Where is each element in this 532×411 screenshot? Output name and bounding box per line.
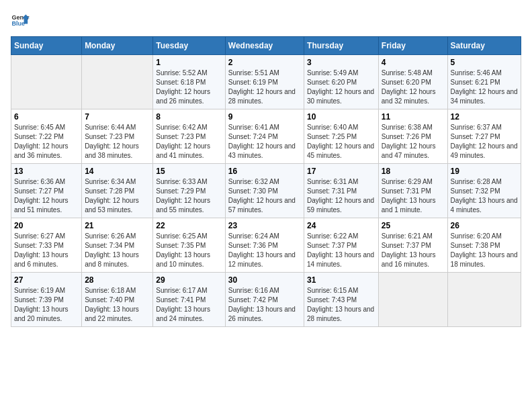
day-number: 3: [307, 58, 375, 67]
calendar-week-row: 6 Sunrise: 6:45 AM Sunset: 7:22 PM Dayli…: [11, 109, 521, 164]
calendar-cell: 17 Sunrise: 6:31 AM Sunset: 7:31 PM Dayl…: [304, 164, 379, 218]
calendar-cell: 25 Sunrise: 6:21 AM Sunset: 7:37 PM Dayl…: [378, 218, 447, 273]
day-info: Sunrise: 6:26 AM Sunset: 7:34 PM Dayligh…: [85, 232, 150, 269]
day-number: 28: [85, 275, 150, 285]
day-info: Sunrise: 6:27 AM Sunset: 7:33 PM Dayligh…: [14, 232, 79, 269]
calendar-cell: 13 Sunrise: 6:36 AM Sunset: 7:27 PM Dayl…: [11, 164, 82, 218]
calendar-cell: 31 Sunrise: 6:15 AM Sunset: 7:43 PM Dayl…: [304, 273, 379, 327]
calendar-cell: 30 Sunrise: 6:16 AM Sunset: 7:42 PM Dayl…: [225, 273, 304, 327]
sunrise-text: Sunrise: 6:16 AM: [228, 287, 279, 294]
day-info: Sunrise: 6:15 AM Sunset: 7:43 PM Dayligh…: [307, 286, 375, 324]
daylight-text: Daylight: 12 hours and 51 minutes.: [14, 197, 69, 214]
daylight-text: Daylight: 12 hours and 32 minutes.: [382, 88, 436, 105]
sunrise-text: Sunrise: 6:25 AM: [156, 232, 207, 240]
day-info: Sunrise: 6:16 AM Sunset: 7:42 PM Dayligh…: [228, 286, 301, 324]
sunrise-text: Sunrise: 5:48 AM: [382, 69, 433, 77]
sunset-text: Sunset: 7:40 PM: [85, 296, 134, 304]
daylight-text: Daylight: 12 hours and 34 minutes.: [451, 88, 518, 105]
calendar-cell: 12 Sunrise: 6:37 AM Sunset: 7:27 PM Dayl…: [447, 109, 521, 164]
day-info: Sunrise: 6:44 AM Sunset: 7:23 PM Dayligh…: [85, 123, 150, 161]
weekday-header-row: SundayMondayTuesdayWednesdayThursdayFrid…: [11, 37, 521, 55]
sunset-text: Sunset: 7:33 PM: [14, 242, 64, 249]
daylight-text: Daylight: 13 hours and 8 minutes.: [85, 251, 139, 268]
daylight-text: Daylight: 12 hours and 47 minutes.: [382, 142, 436, 159]
calendar-cell: 14 Sunrise: 6:34 AM Sunset: 7:28 PM Dayl…: [82, 164, 153, 218]
sunset-text: Sunset: 7:26 PM: [382, 133, 431, 140]
daylight-text: Daylight: 13 hours and 12 minutes.: [228, 251, 296, 268]
day-info: Sunrise: 6:33 AM Sunset: 7:29 PM Dayligh…: [156, 177, 222, 215]
day-info: Sunrise: 6:25 AM Sunset: 7:35 PM Dayligh…: [156, 232, 222, 269]
sunset-text: Sunset: 7:27 PM: [451, 133, 500, 140]
day-number: 18: [382, 167, 445, 176]
day-number: 29: [156, 275, 222, 285]
calendar-header: SundayMondayTuesdayWednesdayThursdayFrid…: [11, 37, 521, 55]
daylight-text: Daylight: 12 hours and 41 minutes.: [156, 142, 210, 159]
daylight-text: Daylight: 13 hours and 24 minutes.: [156, 306, 210, 322]
calendar-cell: 23 Sunrise: 6:24 AM Sunset: 7:36 PM Dayl…: [225, 218, 304, 273]
sunrise-text: Sunrise: 6:31 AM: [307, 178, 358, 185]
day-number: 4: [382, 58, 445, 67]
day-number: 5: [451, 58, 518, 67]
day-number: 15: [156, 167, 222, 176]
sunset-text: Sunset: 7:23 PM: [85, 133, 134, 140]
logo: General Blue: [11, 11, 30, 30]
calendar-cell: 28 Sunrise: 6:18 AM Sunset: 7:40 PM Dayl…: [82, 273, 153, 327]
sunrise-text: Sunrise: 6:28 AM: [451, 178, 502, 185]
day-info: Sunrise: 5:48 AM Sunset: 6:20 PM Dayligh…: [382, 68, 445, 106]
day-number: 26: [451, 221, 518, 230]
calendar-cell: 9 Sunrise: 6:41 AM Sunset: 7:24 PM Dayli…: [225, 109, 304, 164]
weekday-header-tuesday: Tuesday: [153, 37, 225, 55]
day-number: 27: [14, 275, 79, 285]
sunrise-text: Sunrise: 6:24 AM: [228, 232, 279, 240]
day-info: Sunrise: 5:46 AM Sunset: 6:21 PM Dayligh…: [451, 68, 518, 106]
sunrise-text: Sunrise: 6:38 AM: [382, 124, 433, 131]
calendar-cell: 26 Sunrise: 6:20 AM Sunset: 7:38 PM Dayl…: [447, 218, 521, 273]
sunset-text: Sunset: 7:23 PM: [156, 133, 206, 140]
sunset-text: Sunset: 7:28 PM: [85, 187, 134, 195]
sunrise-text: Sunrise: 6:19 AM: [14, 287, 65, 294]
day-info: Sunrise: 6:22 AM Sunset: 7:37 PM Dayligh…: [307, 232, 375, 269]
calendar-cell: [378, 273, 447, 327]
sunset-text: Sunset: 7:25 PM: [307, 133, 357, 140]
sunrise-text: Sunrise: 6:27 AM: [14, 232, 65, 240]
day-info: Sunrise: 6:37 AM Sunset: 7:27 PM Dayligh…: [451, 123, 518, 161]
day-info: Sunrise: 6:21 AM Sunset: 7:37 PM Dayligh…: [382, 232, 445, 269]
day-number: 14: [85, 167, 150, 176]
day-number: 13: [14, 167, 79, 176]
day-info: Sunrise: 6:45 AM Sunset: 7:22 PM Dayligh…: [14, 123, 79, 161]
daylight-text: Daylight: 12 hours and 55 minutes.: [156, 197, 210, 214]
day-info: Sunrise: 6:19 AM Sunset: 7:39 PM Dayligh…: [14, 286, 79, 324]
daylight-text: Daylight: 12 hours and 45 minutes.: [307, 142, 374, 159]
day-number: 21: [85, 221, 150, 230]
svg-text:Blue: Blue: [11, 20, 25, 27]
daylight-text: Daylight: 12 hours and 43 minutes.: [228, 142, 296, 159]
sunrise-text: Sunrise: 6:20 AM: [451, 232, 502, 240]
calendar-cell: 10 Sunrise: 6:40 AM Sunset: 7:25 PM Dayl…: [304, 109, 379, 164]
weekday-header-friday: Friday: [378, 37, 447, 55]
daylight-text: Daylight: 13 hours and 28 minutes.: [307, 306, 374, 322]
day-info: Sunrise: 6:36 AM Sunset: 7:27 PM Dayligh…: [14, 177, 79, 215]
calendar-cell: 3 Sunrise: 5:49 AM Sunset: 6:20 PM Dayli…: [304, 55, 379, 109]
daylight-text: Daylight: 13 hours and 10 minutes.: [156, 251, 210, 268]
weekday-header-wednesday: Wednesday: [225, 37, 304, 55]
day-number: 1: [156, 58, 222, 67]
weekday-header-thursday: Thursday: [304, 37, 379, 55]
sunset-text: Sunset: 6:20 PM: [307, 79, 357, 86]
weekday-header-monday: Monday: [82, 37, 153, 55]
weekday-header-sunday: Sunday: [11, 37, 82, 55]
calendar-cell: 11 Sunrise: 6:38 AM Sunset: 7:26 PM Dayl…: [378, 109, 447, 164]
calendar-cell: 18 Sunrise: 6:29 AM Sunset: 7:31 PM Dayl…: [378, 164, 447, 218]
daylight-text: Daylight: 12 hours and 59 minutes.: [307, 197, 374, 214]
sunset-text: Sunset: 7:29 PM: [156, 187, 206, 195]
day-info: Sunrise: 6:41 AM Sunset: 7:24 PM Dayligh…: [228, 123, 301, 161]
sunset-text: Sunset: 7:42 PM: [228, 296, 278, 304]
day-info: Sunrise: 5:51 AM Sunset: 6:19 PM Dayligh…: [228, 68, 301, 106]
sunrise-text: Sunrise: 5:46 AM: [451, 69, 502, 77]
day-number: 30: [228, 275, 301, 285]
calendar-cell: 5 Sunrise: 5:46 AM Sunset: 6:21 PM Dayli…: [447, 55, 521, 109]
sunrise-text: Sunrise: 6:36 AM: [14, 178, 65, 185]
day-info: Sunrise: 6:17 AM Sunset: 7:41 PM Dayligh…: [156, 286, 222, 324]
day-info: Sunrise: 6:20 AM Sunset: 7:38 PM Dayligh…: [451, 232, 518, 269]
calendar-cell: 6 Sunrise: 6:45 AM Sunset: 7:22 PM Dayli…: [11, 109, 82, 164]
calendar-cell: 19 Sunrise: 6:28 AM Sunset: 7:32 PM Dayl…: [447, 164, 521, 218]
